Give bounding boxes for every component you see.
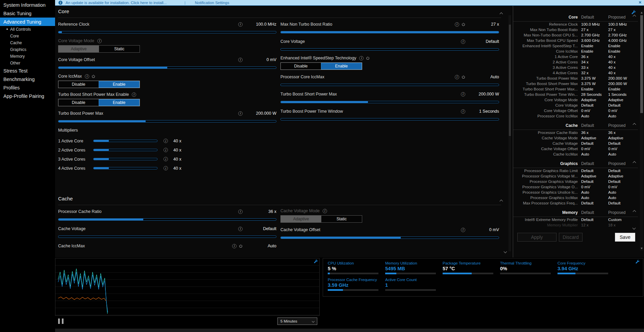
slider-track[interactable]: [280, 101, 499, 103]
power-icon[interactable]: [92, 75, 95, 78]
info-icon[interactable]: i: [164, 166, 168, 170]
slider-track[interactable]: [280, 237, 499, 239]
collapse-chevron-icon[interactable]: [633, 121, 636, 128]
slider-track[interactable]: [58, 236, 276, 238]
sidebar-item-app-profile-pairing[interactable]: App-Profile Pairing: [0, 92, 55, 100]
info-icon[interactable]: i: [455, 75, 459, 79]
discard-button[interactable]: Discard: [559, 233, 583, 242]
tile-progress: [385, 289, 436, 291]
scrollbar-thumb[interactable]: [509, 25, 511, 136]
toggle-option-static[interactable]: Static: [321, 216, 362, 222]
power-icon[interactable]: [239, 244, 243, 248]
close-icon[interactable]: ✕: [639, 0, 642, 5]
collapse-chevron-icon[interactable]: [633, 159, 636, 166]
info-icon[interactable]: i: [238, 58, 243, 62]
row-label: Max Turbo Boost CPU Speed: [513, 38, 578, 43]
power-icon[interactable]: [462, 75, 465, 79]
multiplier-slider[interactable]: [93, 149, 157, 151]
sidebar-item-benchmarking[interactable]: Benchmarking: [0, 75, 55, 83]
wrench-icon[interactable]: [314, 259, 318, 264]
scrollbar-thumb[interactable]: [640, 15, 643, 113]
control-label-row: Max Non Turbo Boost Ratioi27 x: [280, 20, 499, 29]
toggle-option-adaptive[interactable]: Adaptive: [58, 46, 99, 52]
panel-scrollbar[interactable]: [640, 10, 643, 251]
toggle-option-disable[interactable]: Disable: [58, 99, 99, 106]
info-icon[interactable]: i: [461, 39, 465, 44]
sidebar-item-profiles[interactable]: Profiles: [0, 83, 55, 92]
info-icon[interactable]: i: [323, 209, 327, 213]
collapse-chevron-icon[interactable]: [633, 13, 636, 20]
default-value: Default: [578, 141, 605, 145]
table-scroll-down-chevron-icon[interactable]: [633, 224, 635, 230]
scroll-down-chevron-icon[interactable]: [504, 248, 506, 254]
scroll-up-arrow-icon[interactable]: [641, 12, 643, 13]
sidebar-item-other[interactable]: Other: [0, 60, 55, 66]
toggle-option-static[interactable]: Static: [99, 46, 140, 52]
info-icon[interactable]: i: [455, 22, 459, 27]
proposed-value: 0 mV: [605, 185, 632, 189]
table-row: Cache Voltage ModeAdaptiveAdaptive: [513, 135, 638, 141]
sidebar-item-graphics[interactable]: Graphics: [0, 46, 55, 53]
slider-track[interactable]: [58, 66, 276, 69]
sidebar-item-advanced-tuning[interactable]: Advanced Tuning: [0, 18, 55, 26]
info-icon[interactable]: i: [461, 109, 465, 114]
toggle-option-disable[interactable]: Disable: [58, 81, 99, 88]
info-icon[interactable]: i: [164, 139, 168, 143]
row-label: Processor Cache Ratio: [513, 131, 578, 135]
info-icon[interactable]: i: [238, 227, 243, 231]
sidebar-item-memory[interactable]: Memory: [0, 53, 55, 60]
toggle-option-adaptive[interactable]: Adaptive: [281, 216, 321, 222]
toggle-option-disable[interactable]: Disable: [281, 63, 321, 70]
info-icon[interactable]: i: [238, 111, 243, 116]
scroll-down-arrow-icon[interactable]: [641, 248, 643, 249]
multiplier-slider[interactable]: [93, 158, 157, 160]
content-scrollbar[interactable]: [509, 15, 511, 251]
sidebar-item-core[interactable]: Core: [0, 33, 55, 39]
notification-bar: i An update is available for installatio…: [55, 0, 644, 6]
toggle-option-enable[interactable]: Enable: [99, 99, 140, 106]
collapse-chevron-icon[interactable]: [500, 10, 502, 17]
collapse-chevron-icon[interactable]: [633, 208, 636, 215]
slider-track[interactable]: [280, 31, 499, 33]
timescale-dropdown[interactable]: 5 Minutes: [277, 317, 317, 325]
power-icon[interactable]: [366, 56, 370, 60]
sidebar-item-stress-test[interactable]: Stress Test: [0, 66, 55, 75]
slider-track[interactable]: [58, 218, 276, 221]
slider-track[interactable]: [280, 118, 499, 120]
info-icon[interactable]: i: [164, 148, 168, 152]
multiplier-slider[interactable]: [93, 140, 157, 142]
info-icon[interactable]: i: [238, 210, 243, 214]
timescale-value: 5 Minutes: [280, 319, 312, 323]
slider-track[interactable]: [280, 48, 499, 51]
collapse-chevron-icon[interactable]: [500, 198, 502, 204]
notification-settings-link[interactable]: Notification Settings: [195, 1, 229, 5]
toggle-option-enable[interactable]: Enable: [321, 63, 362, 70]
control-label-row: Turbo Boost Power Time Windowi1 Seconds: [280, 107, 499, 116]
toggle-option-enable[interactable]: Enable: [99, 81, 140, 88]
info-icon[interactable]: i: [359, 56, 364, 60]
save-button[interactable]: Save: [615, 233, 635, 242]
info-icon[interactable]: i: [461, 228, 465, 232]
apply-button[interactable]: Apply: [517, 233, 556, 242]
sidebar-item-all-controls[interactable]: •All Controls: [0, 26, 55, 33]
info-icon[interactable]: i: [97, 39, 102, 43]
slider-track[interactable]: [58, 120, 276, 122]
info-icon[interactable]: i: [238, 22, 243, 27]
info-icon[interactable]: i: [232, 244, 237, 248]
info-icon[interactable]: i: [164, 157, 168, 161]
pause-button[interactable]: [58, 319, 64, 324]
multiplier-slider[interactable]: [93, 167, 157, 169]
update-message-link[interactable]: An update is available for installation.…: [66, 1, 184, 5]
info-icon[interactable]: i: [132, 92, 136, 97]
sidebar-item-system-information[interactable]: System Information: [0, 1, 55, 9]
power-icon[interactable]: [462, 23, 465, 26]
tile-progress: [500, 273, 551, 274]
proposed-value: 18 x: [605, 223, 632, 227]
info-icon[interactable]: i: [85, 74, 89, 79]
sidebar-item-basic-tuning[interactable]: Basic Tuning: [0, 9, 55, 18]
info-icon[interactable]: i: [461, 92, 465, 96]
slider-track[interactable]: [58, 31, 276, 33]
sidebar-item-cache[interactable]: Cache: [0, 39, 55, 46]
wrench-icon[interactable]: [635, 259, 640, 264]
slider-track[interactable]: [280, 84, 499, 86]
